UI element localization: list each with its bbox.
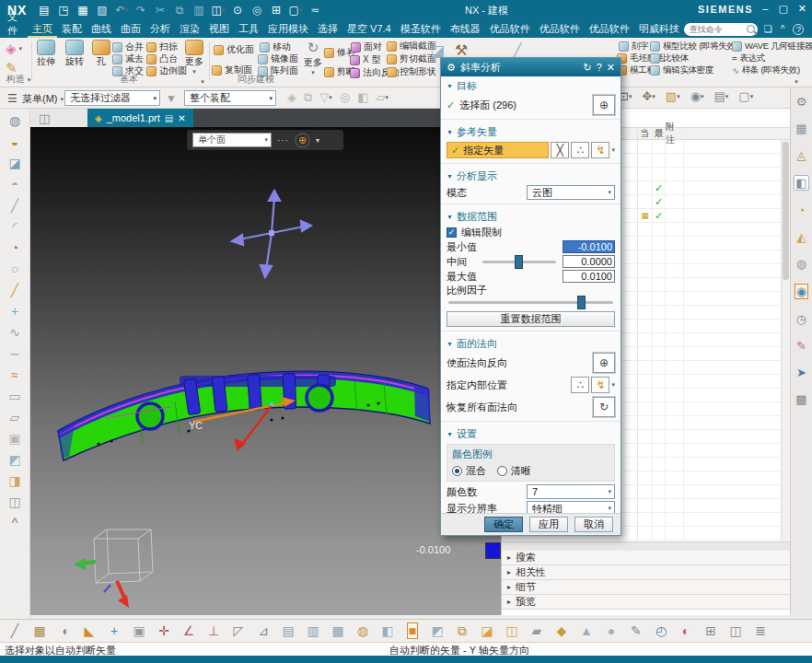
wave-linker-button[interactable]: WAVE 几何链接器: [732, 41, 812, 52]
radio-sharp[interactable]: 清晰: [497, 464, 531, 478]
full-screen-icon[interactable]: ❏: [764, 24, 772, 34]
ribbon-collapse-caret[interactable]: ▾: [790, 76, 803, 86]
copy-display-icon[interactable]: ⊞: [268, 3, 284, 17]
circle-dial-icon[interactable]: ◔: [11, 240, 18, 255]
optimize-face-button[interactable]: 优化面: [214, 43, 254, 56]
sheet-body-icon[interactable]: ◨: [8, 473, 20, 488]
measure-body-icon[interactable]: ◒: [11, 134, 18, 149]
window-icon[interactable]: ◫: [39, 111, 50, 125]
column-current[interactable]: 当: [638, 128, 653, 139]
more-commands-icon[interactable]: ≂: [307, 3, 322, 17]
maximize-button[interactable]: ▢: [778, 3, 787, 15]
menu-tab[interactable]: 应用模块: [263, 20, 313, 38]
menu-tab[interactable]: 星空 V7.4: [342, 20, 396, 38]
paste-icon[interactable]: ▥: [191, 3, 206, 17]
control-shape-button[interactable]: 控制形状: [387, 65, 436, 78]
menu-burger-icon[interactable]: ☰: [7, 92, 17, 105]
layer-settings-icon[interactable]: ▤▾: [714, 90, 729, 102]
position-caret-icon[interactable]: ▾: [611, 381, 615, 389]
minimize-button[interactable]: –: [762, 3, 768, 15]
two-point-line-icon[interactable]: ╱: [11, 283, 18, 297]
specify-vector-field[interactable]: ✓ 指定矢量: [447, 142, 549, 158]
menu-tab[interactable]: 优品软件: [485, 20, 535, 38]
layer-settings-icon[interactable]: ▦: [329, 623, 347, 638]
navigator-section-预览[interactable]: ▸预览: [502, 595, 790, 610]
extrude-body-icon[interactable]: ◩: [8, 452, 20, 467]
plane-sheet-icon[interactable]: ◸: [229, 623, 248, 638]
touch-mode-icon[interactable]: ◎: [249, 3, 264, 17]
navigator-section-相关性[interactable]: ▸相关性: [502, 565, 790, 580]
dialog-titlebar[interactable]: ⚙ 斜率分析 ↻ ? ✕: [441, 58, 621, 76]
window-icon[interactable]: ▢▾: [287, 3, 303, 17]
select-face-label[interactable]: 选择面 (296): [459, 99, 516, 112]
command-search-input[interactable]: [690, 25, 747, 34]
dialog-close-icon[interactable]: ✕: [607, 62, 615, 74]
undo-icon[interactable]: ↶▾: [113, 3, 129, 17]
view-orientation-cube[interactable]: [74, 520, 161, 608]
cube-faces-icon[interactable]: ◩: [428, 623, 447, 638]
help-icon[interactable]: ?: [793, 24, 804, 35]
edit-density-button[interactable]: 编辑实体密度: [650, 64, 713, 76]
scope-caret-icon[interactable]: ▾: [316, 136, 319, 145]
selection-scope-combo[interactable]: 整个装配▾: [184, 90, 276, 106]
model-slope-analysis[interactable]: YC: [51, 359, 437, 470]
view-wheel-icon[interactable]: ◍: [354, 623, 372, 638]
line-icon[interactable]: ╱: [11, 198, 18, 213]
sphere-icon[interactable]: ●: [602, 623, 621, 638]
vector-tool-icon[interactable]: ∠: [180, 623, 198, 638]
compare-body-button[interactable]: 比较体: [650, 52, 689, 64]
part-tab[interactable]: ◈ _model1.prt ▤ ✕: [87, 109, 193, 127]
reset-icon[interactable]: ↻: [583, 62, 591, 74]
menu-tab[interactable]: 模圣软件: [396, 20, 446, 38]
microphone-icon[interactable]: ⊙: [229, 3, 245, 17]
mid-value-field[interactable]: 0.0000: [563, 255, 615, 268]
section-reference-vector[interactable]: ▼参考矢量: [441, 122, 621, 140]
list-view-icon[interactable]: ≣: [751, 623, 770, 638]
position-points-button[interactable]: ∴: [571, 377, 589, 393]
mid-slider-knob[interactable]: [515, 255, 523, 269]
face-pair-button[interactable]: 面对: [351, 41, 382, 53]
navigator-scrollbar[interactable]: [781, 140, 790, 541]
menu-tab[interactable]: 渲染: [175, 20, 204, 38]
curve-icon[interactable]: ≈: [11, 367, 18, 382]
reverse-normal-button[interactable]: ⊕: [593, 353, 615, 373]
radio-blend[interactable]: 混合: [452, 464, 486, 478]
menu-tab[interactable]: 曲线: [87, 20, 116, 38]
cut-icon[interactable]: ✂: [152, 3, 168, 17]
constraint-navigator-icon[interactable]: ◬: [797, 148, 806, 162]
section-settings[interactable]: ▼设置: [441, 425, 621, 442]
history-icon[interactable]: ◷: [796, 312, 806, 326]
save-icon[interactable]: ▦: [75, 3, 90, 17]
menu-tab[interactable]: 装配: [57, 20, 87, 38]
highlight-icon[interactable]: ◈: [287, 91, 296, 103]
section-analysis-display[interactable]: ▼分析显示: [441, 167, 621, 184]
more-options-icon[interactable]: ···: [277, 135, 289, 145]
active-display-icon[interactable]: ■: [403, 622, 422, 639]
navigator-section-搜索[interactable]: ▸搜索: [502, 551, 790, 565]
sheets-icon[interactable]: ⧉: [453, 623, 471, 638]
subtract-button[interactable]: 减去: [112, 52, 144, 65]
file-menu[interactable]: 文件(F): [0, 10, 28, 49]
shell-icon[interactable]: ◫: [8, 494, 20, 509]
grid-icon[interactable]: ⊞: [702, 623, 720, 638]
polygon-icon[interactable]: ▱: [10, 410, 20, 425]
unite-button[interactable]: 合并: [112, 41, 144, 53]
menu-tab[interactable]: 布线器: [446, 20, 485, 38]
system-help-icon[interactable]: ➤: [796, 366, 806, 379]
selection-filter-combo[interactable]: 无选择过滤器▾: [64, 90, 160, 106]
panel-gear-icon[interactable]: ⚙: [796, 95, 807, 109]
save-as-icon[interactable]: ▧: [94, 3, 110, 17]
column-latest[interactable]: 最: [653, 128, 666, 139]
expression-button[interactable]: =表达式: [732, 52, 765, 64]
ellipse-icon[interactable]: ○: [11, 262, 18, 276]
menu-tab[interactable]: 明威科技: [634, 20, 684, 38]
basic-dialog-launcher[interactable]: ▾: [197, 76, 208, 86]
part-navigator-icon[interactable]: ◧: [794, 175, 808, 191]
selection-filter-icon[interactable]: ▽▾: [319, 91, 332, 103]
command-finder[interactable]: [684, 23, 758, 36]
copy-icon[interactable]: ⧉: [171, 3, 187, 17]
sheet-orange-icon[interactable]: ◪: [478, 623, 496, 638]
filter-funnel-icon[interactable]: ▼: [166, 92, 177, 105]
move-face-button[interactable]: 移动: [260, 41, 291, 53]
roles-icon[interactable]: ✎: [796, 339, 806, 353]
